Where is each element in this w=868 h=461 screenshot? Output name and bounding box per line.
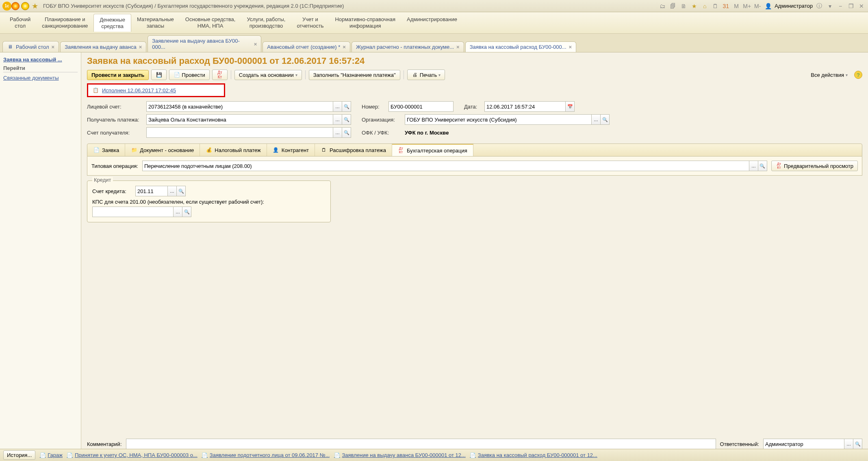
op-input[interactable] xyxy=(142,161,749,171)
favorite-icon[interactable]: ★ xyxy=(31,2,39,10)
fill-purpose-button[interactable]: Заполнить "Назначение платежа" xyxy=(309,70,400,80)
subtab-accounting-op[interactable]: ДтКтБухгалтерская операция xyxy=(392,144,473,156)
m-button[interactable]: M xyxy=(732,2,740,10)
home-icon[interactable]: ⌂ xyxy=(701,2,709,10)
lookup-button[interactable]: 🔍 xyxy=(758,161,767,171)
kps-input[interactable] xyxy=(92,207,174,217)
ofk-value: УФК по г. Москве xyxy=(405,130,449,136)
maximize-icon[interactable]: ❐ xyxy=(847,2,855,10)
close-icon[interactable]: ✕ xyxy=(857,2,866,10)
post-button[interactable]: 📄Провести xyxy=(169,70,210,80)
menu-desktop[interactable]: Рабочий стол xyxy=(4,14,36,32)
close-icon[interactable]: × xyxy=(52,44,55,50)
nav-fwd-icon[interactable] xyxy=(21,2,29,10)
separator xyxy=(305,70,306,79)
menu-accounting[interactable]: Учет и отчетность xyxy=(291,14,329,32)
close-icon[interactable]: × xyxy=(343,44,346,50)
ellipsis-button[interactable]: … xyxy=(592,114,601,125)
comment-input[interactable] xyxy=(126,439,716,449)
nav-back-icon[interactable] xyxy=(11,2,20,10)
ellipsis-button[interactable]: … xyxy=(168,186,177,196)
ellipsis-button[interactable]: … xyxy=(333,114,342,125)
post-and-close-button[interactable]: Провести и закрыть xyxy=(87,70,149,80)
doc-icon: 📄 xyxy=(67,452,73,459)
calendar-icon[interactable]: 31 xyxy=(722,2,730,10)
payee-acc-input[interactable] xyxy=(146,127,333,138)
star-icon[interactable]: ★ xyxy=(690,2,698,10)
minimize-icon[interactable]: − xyxy=(836,2,844,10)
ellipsis-button[interactable]: … xyxy=(174,207,182,217)
save-button[interactable]: 💾 xyxy=(151,70,167,80)
calc-icon[interactable]: 🗒 xyxy=(711,2,719,10)
subtab-counterparty[interactable]: 👤Контрагент xyxy=(267,144,315,156)
subtab-request[interactable]: 📄Заявка xyxy=(87,144,125,156)
payee-input[interactable] xyxy=(146,114,333,125)
lookup-button[interactable]: 🔍 xyxy=(177,186,186,196)
menu-cash[interactable]: Денежные средства xyxy=(93,14,131,32)
menu-services[interactable]: Услуги, работы, производство xyxy=(241,14,291,32)
org-input[interactable] xyxy=(405,114,592,125)
dropdown-icon[interactable]: ▾ xyxy=(826,2,834,10)
history-button[interactable]: История... xyxy=(3,450,35,460)
close-icon[interactable]: × xyxy=(139,44,142,50)
credit-acc-input[interactable] xyxy=(135,186,168,196)
ellipsis-button[interactable]: … xyxy=(333,127,342,138)
tab-advance-report[interactable]: Авансовый отчет (создание) *× xyxy=(263,41,350,52)
menu-assets[interactable]: Основные средства, НМА, НПА xyxy=(180,14,241,32)
menu-admin[interactable]: Администрирование xyxy=(401,14,463,32)
tab-cash-request[interactable]: Заявка на кассовый расход БУ00-000...× xyxy=(465,41,576,52)
lookup-button[interactable]: 🔍 xyxy=(342,101,351,112)
lookup-button[interactable]: 🔍 xyxy=(601,114,610,125)
taskbar-item[interactable]: 📄Заявка на кассовый расход БУ00-000001 о… xyxy=(470,452,597,459)
lookup-button[interactable]: 🔍 xyxy=(853,439,862,449)
toolbar-icon[interactable]: 🗂 xyxy=(658,2,666,10)
print-button[interactable]: 🖨Печать xyxy=(407,70,445,80)
close-icon[interactable]: × xyxy=(569,44,572,50)
tab-advance-request[interactable]: Заявление на выдачу аванса БУ00-000...× xyxy=(148,35,261,52)
doc-icon: 📄 xyxy=(202,452,208,459)
number-label: Номер: xyxy=(362,104,386,110)
subtab-basis[interactable]: 📁Документ - основание xyxy=(125,144,200,156)
toolbar-icon[interactable]: 🗐 xyxy=(669,2,677,10)
sidebar-related-docs[interactable]: Связанные документы xyxy=(3,74,78,82)
calendar-button[interactable]: 📅 xyxy=(566,101,575,112)
taskbar-item[interactable]: 📄Заявление подотчетного лица от 09.06.20… xyxy=(202,452,330,459)
org-label: Организация: xyxy=(362,117,402,123)
lookup-button[interactable]: 🔍 xyxy=(342,114,351,125)
ellipsis-button[interactable]: … xyxy=(333,101,342,112)
menu-reference[interactable]: Нормативно-справочная информация xyxy=(329,14,401,32)
tab-advance-requests[interactable]: Заявления на выдачу аванса× xyxy=(60,41,146,52)
menu-planning[interactable]: Планирование и санкционирование xyxy=(36,14,93,32)
responsible-input[interactable] xyxy=(763,439,844,449)
dtkt-button[interactable]: ДтКт xyxy=(212,70,228,80)
create-based-button[interactable]: Создать на основании xyxy=(234,70,302,80)
account-input[interactable] xyxy=(146,101,333,112)
tab-desktop[interactable]: 🖥Рабочий стол× xyxy=(2,41,59,52)
menu-materials[interactable]: Материальные запасы xyxy=(131,14,180,32)
ellipsis-button[interactable]: … xyxy=(844,439,853,449)
toolbar-icon[interactable]: 🗎 xyxy=(679,2,688,10)
mplus-button[interactable]: M+ xyxy=(743,2,751,10)
lookup-button[interactable]: 🔍 xyxy=(342,127,351,138)
date-input[interactable] xyxy=(484,101,566,112)
taskbar-item[interactable]: 📄Гараж xyxy=(39,452,63,459)
status-link[interactable]: Исполнен 12.06.2017 17:02:45 xyxy=(102,87,176,94)
taskbar-item[interactable]: 📄Принятие к учету ОС, НМА, НПА БУ00-0000… xyxy=(67,452,197,459)
close-icon[interactable]: × xyxy=(456,44,460,50)
preview-button[interactable]: ДтКтПредварительный просмотр xyxy=(771,161,858,171)
ellipsis-button[interactable]: … xyxy=(749,161,758,171)
info-icon[interactable]: ⓘ xyxy=(815,2,823,10)
lookup-button[interactable]: 🔍 xyxy=(182,207,191,217)
mminus-button[interactable]: M- xyxy=(753,2,762,10)
sidebar-title[interactable]: Заявка на кассовый ... xyxy=(3,57,78,63)
subtab-tax[interactable]: 💰Налоговый платеж xyxy=(200,144,267,156)
help-icon[interactable]: ? xyxy=(854,71,862,79)
all-actions-button[interactable]: Все действия xyxy=(807,70,852,80)
subtab-details[interactable]: 🗒Расшифровка платежа xyxy=(315,144,392,156)
close-icon[interactable]: × xyxy=(254,41,257,47)
tab-payment-journal[interactable]: Журнал расчетно - платежных докуме...× xyxy=(352,41,464,52)
taskbar-item[interactable]: 📄Заявление на выдачу аванса БУ00-000001 … xyxy=(334,452,465,459)
doc-icon: 📄 xyxy=(93,147,100,153)
folder-icon: 📁 xyxy=(131,147,137,153)
number-input[interactable] xyxy=(388,101,454,112)
